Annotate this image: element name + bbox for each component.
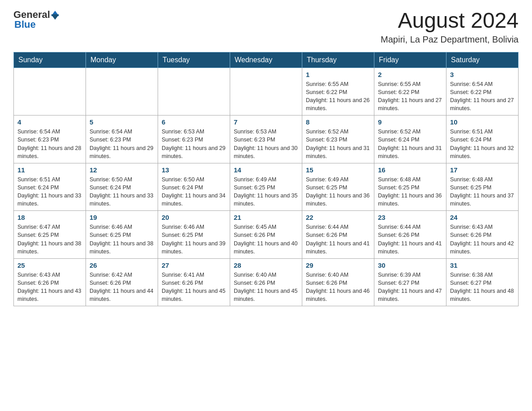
calendar-cell: 11Sunrise: 6:51 AMSunset: 6:24 PMDayligh…	[14, 163, 86, 211]
subtitle: Mapiri, La Paz Department, Bolivia	[381, 34, 519, 45]
calendar-week-row: 11Sunrise: 6:51 AMSunset: 6:24 PMDayligh…	[14, 163, 519, 211]
day-number: 5	[90, 118, 154, 126]
day-number: 21	[234, 214, 298, 221]
main-title: August 2024	[381, 9, 519, 33]
day-number: 15	[306, 166, 370, 174]
day-info: Sunrise: 6:55 AMSunset: 6:22 PMDaylight:…	[306, 80, 370, 113]
day-number: 29	[306, 261, 370, 269]
calendar-cell: 16Sunrise: 6:48 AMSunset: 6:25 PMDayligh…	[374, 163, 446, 211]
day-info: Sunrise: 6:38 AMSunset: 6:27 PMDaylight:…	[450, 271, 515, 304]
calendar-cell: 13Sunrise: 6:50 AMSunset: 6:24 PMDayligh…	[158, 163, 230, 211]
calendar-cell: 22Sunrise: 6:44 AMSunset: 6:26 PMDayligh…	[302, 211, 374, 259]
day-info: Sunrise: 6:46 AMSunset: 6:25 PMDaylight:…	[162, 223, 226, 256]
day-number: 1	[306, 71, 370, 78]
calendar-cell: 21Sunrise: 6:45 AMSunset: 6:26 PMDayligh…	[230, 211, 302, 259]
calendar-cell: 15Sunrise: 6:49 AMSunset: 6:25 PMDayligh…	[302, 163, 374, 211]
calendar-cell	[86, 68, 158, 116]
calendar-cell: 17Sunrise: 6:48 AMSunset: 6:25 PMDayligh…	[446, 163, 519, 211]
day-info: Sunrise: 6:48 AMSunset: 6:25 PMDaylight:…	[378, 176, 442, 208]
calendar: SundayMondayTuesdayWednesdayThursdayFrid…	[13, 52, 519, 307]
day-number: 24	[450, 214, 515, 221]
calendar-week-row: 18Sunrise: 6:47 AMSunset: 6:25 PMDayligh…	[14, 211, 519, 259]
calendar-cell: 30Sunrise: 6:39 AMSunset: 6:27 PMDayligh…	[374, 258, 446, 306]
header: General Blue August 2024 Mapiri, La Paz …	[13, 9, 519, 45]
calendar-cell: 1Sunrise: 6:55 AMSunset: 6:22 PMDaylight…	[302, 68, 374, 116]
day-number: 3	[450, 71, 515, 78]
day-info: Sunrise: 6:41 AMSunset: 6:26 PMDaylight:…	[162, 271, 226, 304]
day-number: 11	[17, 166, 82, 174]
calendar-day-header: Sunday	[14, 52, 86, 68]
day-number: 23	[378, 214, 442, 221]
day-number: 13	[162, 166, 226, 174]
calendar-cell: 28Sunrise: 6:40 AMSunset: 6:26 PMDayligh…	[230, 258, 302, 306]
day-number: 27	[162, 261, 226, 269]
day-number: 2	[378, 71, 442, 78]
calendar-cell: 25Sunrise: 6:43 AMSunset: 6:26 PMDayligh…	[14, 258, 86, 306]
calendar-cell: 7Sunrise: 6:53 AMSunset: 6:23 PMDaylight…	[230, 116, 302, 163]
calendar-cell: 26Sunrise: 6:42 AMSunset: 6:26 PMDayligh…	[86, 258, 158, 306]
day-info: Sunrise: 6:49 AMSunset: 6:25 PMDaylight:…	[234, 176, 298, 208]
day-info: Sunrise: 6:53 AMSunset: 6:23 PMDaylight:…	[162, 128, 226, 160]
day-info: Sunrise: 6:54 AMSunset: 6:23 PMDaylight:…	[17, 128, 82, 160]
day-info: Sunrise: 6:53 AMSunset: 6:23 PMDaylight:…	[234, 128, 298, 160]
day-info: Sunrise: 6:51 AMSunset: 6:24 PMDaylight:…	[450, 128, 515, 160]
day-info: Sunrise: 6:40 AMSunset: 6:26 PMDaylight:…	[234, 271, 298, 304]
calendar-cell: 10Sunrise: 6:51 AMSunset: 6:24 PMDayligh…	[446, 116, 519, 163]
day-info: Sunrise: 6:52 AMSunset: 6:23 PMDaylight:…	[306, 128, 370, 160]
calendar-week-row: 1Sunrise: 6:55 AMSunset: 6:22 PMDaylight…	[14, 68, 519, 116]
day-number: 7	[234, 118, 298, 126]
day-info: Sunrise: 6:52 AMSunset: 6:24 PMDaylight:…	[378, 128, 442, 160]
day-info: Sunrise: 6:54 AMSunset: 6:23 PMDaylight:…	[90, 128, 154, 160]
day-info: Sunrise: 6:39 AMSunset: 6:27 PMDaylight:…	[378, 271, 442, 304]
day-number: 8	[306, 118, 370, 126]
logo-blue-text: Blue	[14, 19, 36, 30]
calendar-cell: 4Sunrise: 6:54 AMSunset: 6:23 PMDaylight…	[14, 116, 86, 163]
day-number: 31	[450, 261, 515, 269]
calendar-cell: 24Sunrise: 6:43 AMSunset: 6:26 PMDayligh…	[446, 211, 519, 259]
title-area: August 2024 Mapiri, La Paz Department, B…	[381, 9, 519, 45]
day-number: 19	[90, 214, 154, 221]
calendar-cell: 19Sunrise: 6:46 AMSunset: 6:25 PMDayligh…	[86, 211, 158, 259]
calendar-cell: 2Sunrise: 6:55 AMSunset: 6:22 PMDaylight…	[374, 68, 446, 116]
calendar-day-header: Friday	[374, 52, 446, 68]
day-info: Sunrise: 6:44 AMSunset: 6:26 PMDaylight:…	[306, 223, 370, 256]
calendar-day-header: Thursday	[302, 52, 374, 68]
day-number: 20	[162, 214, 226, 221]
calendar-day-header: Wednesday	[230, 52, 302, 68]
day-number: 12	[90, 166, 154, 174]
calendar-cell: 5Sunrise: 6:54 AMSunset: 6:23 PMDaylight…	[86, 116, 158, 163]
calendar-cell: 3Sunrise: 6:54 AMSunset: 6:22 PMDaylight…	[446, 68, 519, 116]
calendar-cell: 29Sunrise: 6:40 AMSunset: 6:26 PMDayligh…	[302, 258, 374, 306]
day-info: Sunrise: 6:50 AMSunset: 6:24 PMDaylight:…	[90, 176, 154, 208]
day-info: Sunrise: 6:43 AMSunset: 6:26 PMDaylight:…	[17, 271, 82, 304]
day-info: Sunrise: 6:43 AMSunset: 6:26 PMDaylight:…	[450, 223, 515, 256]
day-info: Sunrise: 6:44 AMSunset: 6:26 PMDaylight:…	[378, 223, 442, 256]
calendar-cell: 9Sunrise: 6:52 AMSunset: 6:24 PMDaylight…	[374, 116, 446, 163]
logo: General Blue	[13, 9, 59, 30]
calendar-cell: 8Sunrise: 6:52 AMSunset: 6:23 PMDaylight…	[302, 116, 374, 163]
calendar-header-row: SundayMondayTuesdayWednesdayThursdayFrid…	[14, 52, 519, 68]
calendar-cell: 18Sunrise: 6:47 AMSunset: 6:25 PMDayligh…	[14, 211, 86, 259]
day-info: Sunrise: 6:48 AMSunset: 6:25 PMDaylight:…	[450, 176, 515, 208]
day-number: 26	[90, 261, 154, 269]
day-number: 14	[234, 166, 298, 174]
day-number: 25	[17, 261, 82, 269]
day-info: Sunrise: 6:55 AMSunset: 6:22 PMDaylight:…	[378, 80, 442, 113]
day-number: 17	[450, 166, 515, 174]
day-info: Sunrise: 6:50 AMSunset: 6:24 PMDaylight:…	[162, 176, 226, 208]
day-info: Sunrise: 6:46 AMSunset: 6:25 PMDaylight:…	[90, 223, 154, 256]
calendar-day-header: Monday	[86, 52, 158, 68]
calendar-cell: 12Sunrise: 6:50 AMSunset: 6:24 PMDayligh…	[86, 163, 158, 211]
day-info: Sunrise: 6:40 AMSunset: 6:26 PMDaylight:…	[306, 271, 370, 304]
day-info: Sunrise: 6:54 AMSunset: 6:22 PMDaylight:…	[450, 80, 515, 113]
day-info: Sunrise: 6:42 AMSunset: 6:26 PMDaylight:…	[90, 271, 154, 304]
calendar-day-header: Saturday	[446, 52, 519, 68]
day-number: 22	[306, 214, 370, 221]
day-info: Sunrise: 6:45 AMSunset: 6:26 PMDaylight:…	[234, 223, 298, 256]
day-info: Sunrise: 6:51 AMSunset: 6:24 PMDaylight:…	[17, 176, 82, 208]
calendar-cell: 31Sunrise: 6:38 AMSunset: 6:27 PMDayligh…	[446, 258, 519, 306]
day-number: 9	[378, 118, 442, 126]
calendar-cell	[14, 68, 86, 116]
calendar-cell: 27Sunrise: 6:41 AMSunset: 6:26 PMDayligh…	[158, 258, 230, 306]
day-info: Sunrise: 6:49 AMSunset: 6:25 PMDaylight:…	[306, 176, 370, 208]
